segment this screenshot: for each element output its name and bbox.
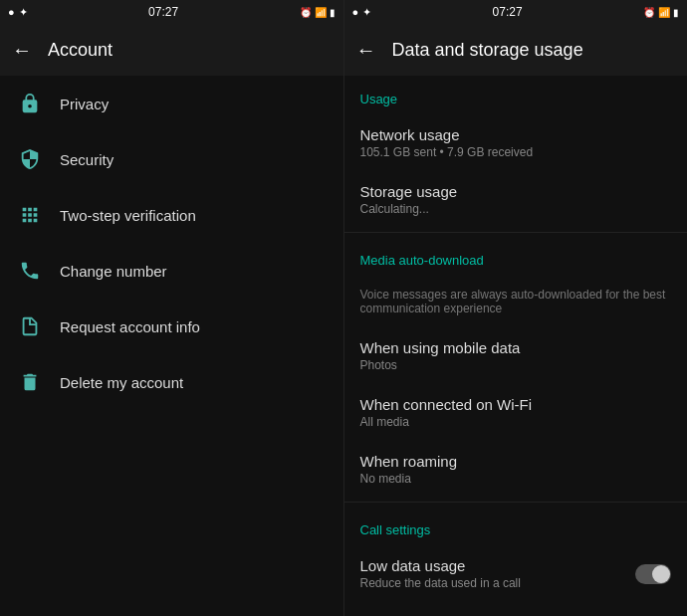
- delete-icon: [16, 368, 44, 396]
- network-usage-sub: 105.1 GB sent • 7.9 GB received: [360, 145, 672, 159]
- two-step-icon: [16, 201, 44, 229]
- whatsapp-icon: ✦: [19, 6, 28, 19]
- wifi-item[interactable]: When connected on Wi-Fi All media: [344, 384, 688, 441]
- request-info-icon: [16, 312, 44, 340]
- mobile-data-sub: Photos: [360, 358, 672, 372]
- signal-icon: 📶: [315, 7, 327, 18]
- divider-1: [344, 232, 688, 233]
- wifi-sub: All media: [360, 415, 672, 429]
- low-data-sub: Reduce the data used in a call: [360, 576, 521, 590]
- change-number-icon: [16, 257, 44, 285]
- status-bar-left-icons: ● ✦: [8, 6, 28, 19]
- menu-item-delete[interactable]: Delete my account: [0, 354, 344, 410]
- right-panel: ● ✦ 07:27 ⏰ 📶 ▮ ← Data and storage usage…: [344, 0, 688, 616]
- battery-icon-right: ▮: [673, 7, 679, 18]
- status-bar-right-left: ● ✦: [352, 6, 372, 19]
- alarm-icon: ⏰: [300, 7, 312, 18]
- wifi-title: When connected on Wi-Fi: [360, 396, 672, 413]
- low-data-title: Low data usage: [360, 557, 521, 574]
- change-number-label: Change number: [60, 263, 167, 280]
- app-icon: ●: [8, 6, 15, 18]
- request-info-label: Request account info: [60, 318, 200, 335]
- menu-item-change-number[interactable]: Change number: [0, 243, 344, 299]
- storage-usage-title: Storage usage: [360, 183, 672, 200]
- low-data-text: Low data usage Reduce the data used in a…: [360, 557, 521, 590]
- left-panel: ● ✦ 07:27 ⏰ 📶 ▮ ← Account Privacy Securi…: [0, 0, 344, 616]
- status-bar-left: ● ✦ 07:27 ⏰ 📶 ▮: [0, 0, 344, 24]
- roaming-title: When roaming: [360, 453, 672, 470]
- menu-item-request-info[interactable]: Request account info: [0, 299, 344, 354]
- network-usage-item[interactable]: Network usage 105.1 GB sent • 7.9 GB rec…: [344, 114, 688, 171]
- two-step-label: Two-step verification: [60, 207, 196, 224]
- mobile-data-title: When using mobile data: [360, 339, 672, 356]
- roaming-item[interactable]: When roaming No media: [344, 441, 688, 498]
- media-description-text: Voice messages are always auto-downloade…: [360, 288, 672, 315]
- privacy-label: Privacy: [60, 96, 109, 112]
- time-left: 07:27: [148, 5, 178, 19]
- divider-2: [344, 502, 688, 503]
- roaming-sub: No media: [360, 472, 672, 486]
- security-label: Security: [60, 151, 114, 168]
- app-icon-right: ●: [352, 6, 359, 18]
- data-storage-top-bar: ← Data and storage usage: [344, 24, 688, 76]
- account-title: Account: [48, 40, 113, 61]
- low-data-usage-item[interactable]: Low data usage Reduce the data used in a…: [344, 545, 688, 602]
- status-icons-left: ⏰ 📶 ▮: [300, 7, 336, 18]
- media-auto-download-description: Voice messages are always auto-downloade…: [344, 276, 688, 327]
- delete-label: Delete my account: [60, 374, 183, 391]
- status-icons-right: ⏰ 📶 ▮: [643, 7, 679, 18]
- time-right: 07:27: [493, 5, 523, 19]
- back-button-left[interactable]: ←: [12, 39, 32, 62]
- media-auto-download-header: Media auto-download: [344, 237, 688, 276]
- back-button-right[interactable]: ←: [356, 39, 376, 62]
- privacy-icon: [16, 90, 44, 117]
- menu-item-privacy[interactable]: Privacy: [0, 76, 344, 131]
- battery-icon: ▮: [330, 7, 336, 18]
- network-usage-title: Network usage: [360, 126, 672, 143]
- status-bar-right: ● ✦ 07:27 ⏰ 📶 ▮: [344, 0, 688, 24]
- data-storage-content: Usage Network usage 105.1 GB sent • 7.9 …: [344, 76, 688, 616]
- call-settings-header: Call settings: [344, 507, 688, 545]
- toggle-knob: [652, 565, 670, 583]
- storage-usage-sub: Calculating...: [360, 202, 672, 216]
- account-top-bar: ← Account: [0, 24, 344, 76]
- alarm-icon-right: ⏰: [643, 7, 655, 18]
- storage-usage-item[interactable]: Storage usage Calculating...: [344, 171, 688, 228]
- whatsapp-icon-right: ✦: [362, 6, 371, 19]
- low-data-toggle[interactable]: [635, 564, 671, 584]
- mobile-data-item[interactable]: When using mobile data Photos: [344, 327, 688, 384]
- menu-item-security[interactable]: Security: [0, 131, 344, 187]
- security-icon: [16, 145, 44, 173]
- usage-section-header: Usage: [344, 76, 688, 114]
- menu-item-two-step[interactable]: Two-step verification: [0, 187, 344, 243]
- data-storage-title: Data and storage usage: [392, 40, 583, 61]
- signal-icon-right: 📶: [658, 7, 670, 18]
- account-menu-list: Privacy Security Two-step verification C…: [0, 76, 344, 616]
